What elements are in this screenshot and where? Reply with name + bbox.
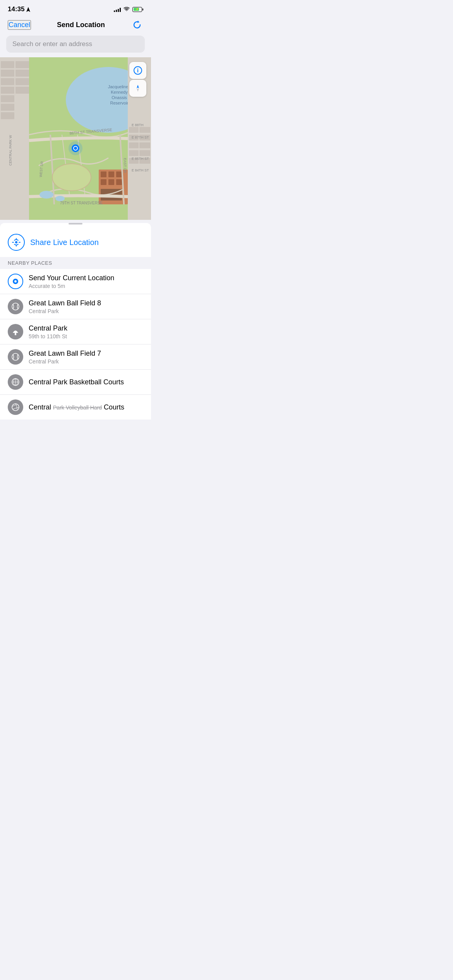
svg-rect-5	[1, 70, 14, 77]
info-button[interactable]: i	[129, 62, 146, 79]
map-controls: i	[129, 62, 146, 97]
list-item[interactable]: Central Park Basketball Courts	[0, 370, 151, 395]
location-sub: Central Park	[29, 308, 143, 314]
location-name: Great Lawn Ball Field 7	[29, 350, 143, 358]
svg-rect-37	[108, 179, 114, 185]
nav-header: Cancel Send Location	[0, 15, 151, 36]
svg-rect-27	[139, 127, 150, 133]
location-name: Central Park Basketball Courts	[29, 378, 143, 386]
compass-icon	[134, 84, 142, 93]
current-location-icon	[8, 274, 23, 289]
location-arrow-icon	[26, 7, 30, 12]
svg-rect-36	[101, 179, 106, 185]
svg-point-50	[39, 191, 53, 199]
svg-text:E 84TH ST: E 84TH ST	[132, 168, 149, 172]
svg-rect-9	[1, 104, 14, 111]
svg-rect-10	[1, 112, 14, 119]
svg-rect-29	[139, 142, 150, 148]
svg-text:CENTRAL PARK W: CENTRAL PARK W	[9, 135, 12, 166]
location-info: Great Lawn Ball Field 8 Central Park	[29, 299, 143, 314]
location-info: Central Park Volleyball Hard Courts	[29, 403, 143, 411]
svg-rect-35	[116, 171, 122, 177]
status-time: 14:35	[8, 5, 30, 13]
search-placeholder: Search or enter an address	[12, 40, 92, 48]
svg-rect-14	[15, 87, 29, 94]
share-live-label: Share Live Location	[30, 238, 99, 247]
svg-point-49	[52, 164, 91, 191]
svg-text:E 85TH ST: E 85TH ST	[132, 157, 149, 161]
svg-text:Kennedy: Kennedy	[111, 90, 128, 94]
svg-text:Reservoir: Reservoir	[110, 101, 128, 105]
location-button[interactable]	[129, 80, 146, 97]
location-info: Central Park 59th to 110th St	[29, 324, 143, 339]
list-item[interactable]: Central Park 59th to 110th St	[0, 319, 151, 344]
location-name: Central Park Volleyball Hard Courts	[29, 403, 143, 411]
page-title: Send Location	[57, 21, 105, 29]
baseball-icon	[8, 349, 23, 365]
location-name: Great Lawn Ball Field 8	[29, 299, 143, 307]
svg-text:79TH ST TRANSVERSE: 79TH ST TRANSVERSE	[60, 201, 103, 205]
location-list: Send Your Current Location Accurate to 5…	[0, 269, 151, 420]
status-right: ⚡	[114, 7, 143, 12]
baseball-icon	[8, 299, 23, 314]
location-info: Central Park Basketball Courts	[29, 378, 143, 386]
volleyball-icon	[8, 399, 23, 415]
list-item[interactable]: Great Lawn Ball Field 8 Central Park	[0, 294, 151, 319]
status-bar: 14:35 ⚡	[0, 0, 151, 15]
svg-rect-30	[139, 150, 150, 156]
svg-marker-1	[137, 21, 139, 23]
svg-marker-57	[137, 88, 139, 92]
location-info: Send Your Current Location Accurate to 5…	[29, 274, 143, 289]
svg-point-59	[12, 303, 19, 310]
drag-handle	[69, 223, 82, 224]
location-sub: Central Park	[29, 358, 143, 365]
svg-rect-13	[15, 78, 29, 85]
basketball-icon	[8, 374, 23, 390]
bottom-sheet: Share Live Location NEARBY PLACES Send Y…	[0, 223, 151, 420]
list-item[interactable]: Central Park Volleyball Hard Courts	[0, 395, 151, 420]
search-container: Search or enter an address	[0, 36, 151, 57]
map-container[interactable]: Jacqueline Kennedy Onassis Reservoir	[0, 57, 151, 220]
refresh-button[interactable]	[131, 19, 143, 31]
search-bar[interactable]: Search or enter an address	[6, 36, 145, 53]
location-sub: 59th to 110th St	[29, 333, 143, 339]
svg-rect-24	[129, 142, 139, 148]
svg-text:EAST DR: EAST DR	[123, 158, 127, 173]
share-live-location-row[interactable]: Share Live Location	[0, 229, 151, 257]
info-icon: i	[134, 66, 142, 75]
svg-rect-11	[15, 61, 29, 68]
live-location-icon	[8, 234, 25, 251]
svg-rect-6	[1, 78, 14, 85]
nearby-section-header: NEARBY PLACES	[0, 257, 151, 269]
list-item[interactable]: Send Your Current Location Accurate to 5…	[0, 269, 151, 294]
park-icon	[8, 324, 23, 339]
svg-point-65	[12, 404, 19, 411]
svg-rect-34	[108, 171, 114, 177]
location-name: Central Park	[29, 324, 143, 332]
signal-bars	[114, 7, 121, 12]
svg-rect-8	[1, 95, 14, 102]
wifi-icon	[124, 7, 130, 12]
location-sub: Accurate to 5m	[29, 283, 143, 289]
svg-rect-4	[1, 61, 14, 68]
svg-marker-56	[137, 85, 139, 88]
svg-point-58	[15, 241, 17, 243]
location-name: Send Your Current Location	[29, 274, 143, 282]
map-svg: Jacqueline Kennedy Onassis Reservoir	[0, 57, 151, 220]
battery-icon: ⚡	[132, 7, 143, 12]
svg-point-55	[74, 147, 77, 150]
svg-text:Jacqueline: Jacqueline	[108, 84, 129, 89]
svg-rect-7	[1, 87, 14, 94]
svg-rect-22	[129, 127, 139, 133]
svg-text:E 88TH: E 88TH	[132, 123, 144, 127]
refresh-icon	[132, 20, 142, 29]
svg-marker-0	[26, 7, 30, 12]
svg-rect-25	[129, 150, 139, 156]
svg-rect-38	[116, 179, 122, 185]
svg-rect-33	[101, 171, 106, 177]
list-item[interactable]: Great Lawn Ball Field 7 Central Park	[0, 344, 151, 370]
cancel-button[interactable]: Cancel	[8, 20, 31, 30]
svg-text:Onassis: Onassis	[112, 95, 127, 100]
svg-point-61	[12, 353, 19, 360]
svg-rect-12	[15, 70, 29, 77]
